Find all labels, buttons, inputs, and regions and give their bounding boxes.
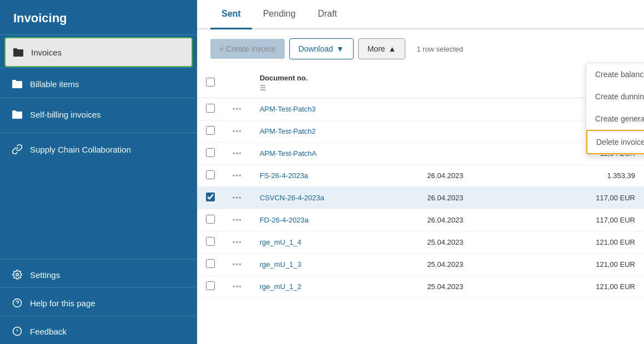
col-header-checkbox <box>197 68 224 98</box>
question-icon <box>11 297 23 309</box>
invoices-table-wrapper: Document no. ☰ ount ••• APM-Test-Patch3 <box>197 68 644 344</box>
row-actions[interactable]: ••• <box>224 254 251 276</box>
sidebar-bottom: Settings Help for this page Feedback <box>0 259 197 344</box>
doc-link[interactable]: rge_mU_1_2 <box>260 282 301 291</box>
row-checkbox[interactable] <box>206 148 215 157</box>
row-checkbox-cell <box>197 98 224 120</box>
sidebar-item-self-billing[interactable]: Self-billing invoices <box>0 100 197 128</box>
table-row: ••• FD-26-4-2023a 26.04.2023 117,00 EUR <box>197 209 644 231</box>
row-actions[interactable]: ••• <box>224 209 251 231</box>
link-icon <box>11 143 23 155</box>
more-button[interactable]: More ▲ <box>358 38 406 59</box>
sidebar-item-billable-items[interactable]: Billable items <box>0 70 197 98</box>
svg-point-0 <box>16 274 19 276</box>
doc-link[interactable]: APM-Test-Patch2 <box>260 127 316 135</box>
row-checkbox-cell <box>197 254 224 276</box>
col-header-actions <box>224 68 251 98</box>
dropdown-dunning-inquiry[interactable]: Create dunning inquiry <box>586 85 644 108</box>
row-actions[interactable]: ••• <box>224 276 251 298</box>
tab-draft[interactable]: Draft <box>306 0 348 29</box>
row-date: 25.04.2023 <box>418 231 527 254</box>
chevron-up-icon: ▲ <box>389 44 396 53</box>
row-actions[interactable]: ••• <box>224 165 251 187</box>
doc-link[interactable]: CSVCN-26-4-2023a <box>260 194 324 202</box>
row-date: 26.04.2023 <box>418 209 527 231</box>
doc-link[interactable]: rge_mU_1_4 <box>260 238 301 246</box>
row-actions[interactable]: ••• <box>224 187 251 209</box>
col-header-doc-no: Document no. ☰ <box>251 68 419 98</box>
table-row: ••• APM-Test-Patch2 12,84 EUR <box>197 120 644 143</box>
row-amount: 117,00 EUR <box>528 209 644 231</box>
app-title: Invoicing <box>0 0 197 34</box>
row-actions[interactable]: ••• <box>224 143 251 165</box>
row-checkbox[interactable] <box>206 104 215 113</box>
sidebar-item-help-label: Help for this page <box>30 299 95 308</box>
sidebar-item-feedback-label: Feedback <box>30 327 67 336</box>
sidebar-item-supply-chain[interactable]: Supply Chain Collaboration <box>0 135 197 163</box>
table-row: ••• FS-26-4-2023a 26.04.2023 1.353,39 <box>197 165 644 187</box>
sidebar-item-feedback[interactable]: Feedback <box>0 318 197 344</box>
folder-icon-2 <box>11 78 23 90</box>
table-row: ••• APM-Test-Patch3 12,84 EUR <box>197 98 644 120</box>
sidebar: Invoicing Invoices Billable items Self-b… <box>0 0 197 344</box>
doc-link[interactable]: rge_mU_1_3 <box>260 260 301 269</box>
row-selected-badge: 1 row selected <box>410 45 470 53</box>
sidebar-item-selfbilling-label: Self-billing invoices <box>30 110 101 119</box>
download-button[interactable]: Download ▼ <box>289 38 354 59</box>
row-actions[interactable]: ••• <box>224 120 251 143</box>
row-doc-no: rge_mU_1_3 <box>251 254 419 276</box>
sidebar-item-invoices[interactable]: Invoices <box>4 37 193 67</box>
filter-icon[interactable]: ☰ <box>260 84 266 92</box>
create-invoice-button[interactable]: + Create invoice <box>210 39 285 59</box>
row-doc-no: rge_mU_1_2 <box>251 276 419 298</box>
row-amount: 121,00 EUR <box>528 276 644 298</box>
chevron-down-icon: ▼ <box>336 44 344 53</box>
more-dropdown: Create balance confirmation Create dunni… <box>586 63 644 155</box>
invoices-table: Document no. ☰ ount ••• APM-Test-Patch3 <box>197 68 644 298</box>
row-checkbox[interactable] <box>206 237 215 246</box>
row-doc-no: rge_mU_1_4 <box>251 231 419 254</box>
row-actions[interactable]: ••• <box>224 98 251 120</box>
row-checkbox[interactable] <box>206 193 215 201</box>
tab-sent[interactable]: Sent <box>210 0 252 29</box>
row-checkbox[interactable] <box>206 126 215 135</box>
sidebar-item-billable-label: Billable items <box>30 79 79 89</box>
row-checkbox-cell <box>197 231 224 254</box>
row-checkbox[interactable] <box>206 215 215 224</box>
row-checkbox-cell <box>197 276 224 298</box>
sidebar-item-settings[interactable]: Settings <box>0 262 197 287</box>
row-amount: 121,00 EUR <box>528 254 644 276</box>
row-date: 26.04.2023 <box>418 187 527 209</box>
row-checkbox[interactable] <box>206 281 215 290</box>
table-row: ••• rge_mU_1_4 25.04.2023 121,00 EUR <box>197 231 644 254</box>
row-checkbox-cell <box>197 187 224 209</box>
dropdown-general-inquiry[interactable]: Create general inquiry <box>586 108 644 130</box>
doc-link[interactable]: FD-26-4-2023a <box>260 216 309 224</box>
row-amount: 117,00 EUR <box>528 187 644 209</box>
select-all-checkbox[interactable] <box>206 78 215 87</box>
row-date <box>418 98 527 120</box>
doc-link[interactable]: FS-26-4-2023a <box>260 171 308 180</box>
row-actions[interactable]: ••• <box>224 231 251 254</box>
folder-icon <box>12 46 24 58</box>
row-checkbox[interactable] <box>206 259 215 268</box>
table-row: ••• CSVCN-26-4-2023a 26.04.2023 117,00 E… <box>197 187 644 209</box>
row-date: 25.04.2023 <box>418 254 527 276</box>
table-row: ••• APM-Test-PatchA 12,84 EUR <box>197 143 644 165</box>
row-doc-no: FS-26-4-2023a <box>251 165 419 187</box>
row-date: 25.04.2023 <box>418 276 527 298</box>
dropdown-delete-invoices[interactable]: Delete invoices <box>586 130 644 154</box>
doc-link[interactable]: APM-Test-Patch3 <box>260 105 316 113</box>
folder-icon-3 <box>11 108 23 120</box>
tab-pending[interactable]: Pending <box>252 0 307 29</box>
row-checkbox-cell <box>197 165 224 187</box>
row-checkbox[interactable] <box>206 170 215 179</box>
row-amount: 121,00 EUR <box>528 231 644 254</box>
dropdown-balance-confirmation[interactable]: Create balance confirmation <box>586 63 644 85</box>
doc-link[interactable]: APM-Test-PatchA <box>260 149 317 158</box>
exclamation-icon <box>11 325 23 337</box>
sidebar-item-supply-chain-label: Supply Chain Collaboration <box>30 145 131 154</box>
row-doc-no: APM-Test-Patch3 <box>251 98 419 120</box>
sidebar-item-help[interactable]: Help for this page <box>0 290 197 316</box>
row-date <box>418 120 527 143</box>
